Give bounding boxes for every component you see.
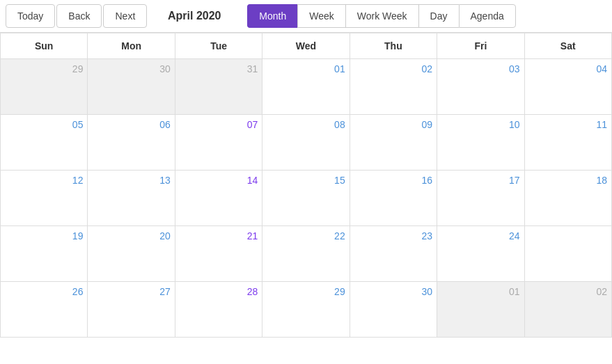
calendar-week-row: 192021222324 — [1, 226, 612, 282]
day-number: 24 — [441, 230, 519, 242]
calendar-day-cell[interactable]: 07 — [175, 115, 262, 171]
calendar-day-cell[interactable]: 22 — [262, 226, 350, 282]
day-number: 03 — [441, 63, 519, 74]
back-button[interactable]: Back — [56, 4, 102, 28]
calendar-day-cell[interactable]: 09 — [350, 115, 437, 171]
view-month-button[interactable]: Month — [247, 4, 297, 28]
day-number: 07 — [180, 119, 258, 130]
calendar-day-cell[interactable]: 14 — [175, 171, 262, 226]
header-sat: Sat — [524, 33, 611, 59]
header-thu: Thu — [350, 33, 437, 59]
day-number: 16 — [354, 175, 432, 186]
calendar-day-cell[interactable]: 18 — [524, 171, 611, 226]
day-number: 05 — [5, 119, 83, 130]
day-number: 30 — [92, 63, 170, 74]
calendar-day-cell[interactable]: 23 — [350, 226, 437, 282]
day-number: 19 — [5, 230, 83, 242]
today-button[interactable]: Today — [6, 4, 55, 28]
day-number: 02 — [529, 286, 607, 297]
day-number: 29 — [267, 286, 345, 297]
calendar-day-cell[interactable]: 03 — [437, 59, 524, 115]
calendar-week-row: 12131415161718 — [1, 171, 612, 226]
day-number: 23 — [354, 230, 432, 242]
day-number: 10 — [441, 119, 519, 130]
day-number: 15 — [267, 175, 345, 186]
day-number: 02 — [354, 63, 432, 74]
view-agenda-button[interactable]: Agenda — [459, 4, 516, 28]
calendar-day-cell[interactable]: 08 — [262, 115, 350, 171]
calendar-day-cell[interactable]: 02 — [350, 59, 437, 115]
day-number: 18 — [529, 175, 607, 186]
day-number: 21 — [180, 230, 258, 242]
next-button[interactable]: Next — [103, 4, 147, 28]
day-number: 20 — [92, 230, 170, 242]
header-mon: Mon — [88, 33, 175, 59]
calendar-day-cell[interactable]: 21 — [175, 226, 262, 282]
calendar-day-cell[interactable]: 20 — [88, 226, 175, 282]
day-number: 08 — [267, 119, 345, 130]
view-week-button[interactable]: Week — [297, 4, 345, 28]
header-tue: Tue — [175, 33, 262, 59]
calendar-week-row: 29303101020304 — [1, 59, 612, 115]
calendar-day-cell[interactable]: 02 — [524, 282, 611, 338]
day-number: 27 — [92, 286, 170, 297]
view-day-button[interactable]: Day — [418, 4, 459, 28]
current-period: April 2020 — [159, 10, 229, 22]
header-fri: Fri — [437, 33, 524, 59]
day-number: 31 — [180, 63, 258, 74]
calendar-day-cell[interactable]: 29 — [1, 59, 88, 115]
calendar-day-cell[interactable]: 29 — [262, 282, 350, 338]
calendar-day-cell[interactable]: 12 — [1, 171, 88, 226]
day-number: 26 — [5, 286, 83, 297]
day-number: 09 — [354, 119, 432, 130]
day-number: 17 — [441, 175, 519, 186]
calendar-day-cell[interactable]: 11 — [524, 115, 611, 171]
day-number: 28 — [180, 286, 258, 297]
calendar-day-cell[interactable]: 10 — [437, 115, 524, 171]
calendar-day-cell[interactable]: 05 — [1, 115, 88, 171]
view-selector: Month Week Work Week Day Agenda — [247, 4, 516, 28]
calendar-day-cell[interactable]: 19 — [1, 226, 88, 282]
header-wed: Wed — [262, 33, 350, 59]
calendar-grid: Sun Mon Tue Wed Thu Fri Sat 293031010203… — [0, 33, 612, 338]
calendar-week-row: 26272829300102 — [1, 282, 612, 338]
calendar-day-cell[interactable]: 24 — [437, 226, 524, 282]
calendar-day-cell[interactable]: 31 — [175, 59, 262, 115]
day-number: 06 — [92, 119, 170, 130]
calendar-day-cell[interactable]: 16 — [350, 171, 437, 226]
day-number: 12 — [5, 175, 83, 186]
calendar-day-cell[interactable]: 28 — [175, 282, 262, 338]
calendar-day-cell[interactable]: 01 — [262, 59, 350, 115]
calendar-day-cell[interactable]: 26 — [1, 282, 88, 338]
day-number: 11 — [529, 119, 607, 130]
calendar-day-cell[interactable]: 01 — [437, 282, 524, 338]
calendar-header-row: Sun Mon Tue Wed Thu Fri Sat — [1, 33, 612, 59]
calendar-day-cell[interactable]: 04 — [524, 59, 611, 115]
day-number: 22 — [267, 230, 345, 242]
calendar-day-cell[interactable]: 27 — [88, 282, 175, 338]
day-number: 29 — [5, 63, 83, 74]
calendar-day-cell[interactable] — [524, 226, 611, 282]
calendar-week-row: 05060708091011 — [1, 115, 612, 171]
calendar-day-cell[interactable]: 30 — [88, 59, 175, 115]
view-workweek-button[interactable]: Work Week — [345, 4, 418, 28]
calendar-day-cell[interactable]: 15 — [262, 171, 350, 226]
day-number: 04 — [529, 63, 607, 74]
calendar-day-cell[interactable]: 13 — [88, 171, 175, 226]
day-number: 13 — [92, 175, 170, 186]
day-number: 01 — [267, 63, 345, 74]
toolbar: Today Back Next April 2020 Month Week Wo… — [0, 0, 612, 33]
day-number: 30 — [354, 286, 432, 297]
calendar-day-cell[interactable]: 06 — [88, 115, 175, 171]
header-sun: Sun — [1, 33, 88, 59]
day-number: 14 — [180, 175, 258, 186]
calendar-day-cell[interactable]: 30 — [350, 282, 437, 338]
day-number: 01 — [441, 286, 519, 297]
calendar-day-cell[interactable]: 17 — [437, 171, 524, 226]
